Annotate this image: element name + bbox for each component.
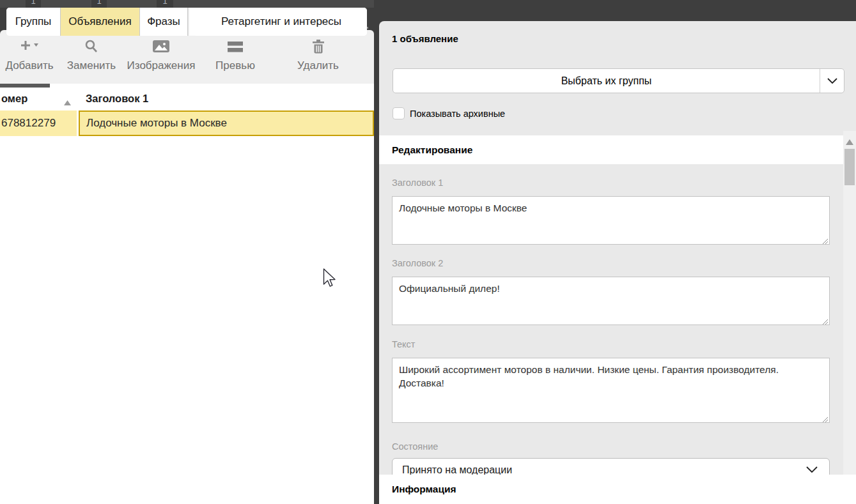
tab-ads[interactable]: Объявления <box>61 8 139 36</box>
column-header-title1[interactable]: Заголовок 1 <box>86 93 148 105</box>
resize-grip-icon[interactable] <box>821 414 829 421</box>
tab-bar: Группы Объявления Фразы Ретаргетинг и ин… <box>6 8 367 36</box>
toolbar: Добавить Заменить Изображения <box>0 30 374 84</box>
add-button[interactable]: Добавить <box>1 35 58 80</box>
replace-button[interactable]: Заменить <box>63 35 120 80</box>
resize-grip-icon[interactable] <box>821 236 829 243</box>
vertical-scrollbar-thumb[interactable] <box>844 149 855 185</box>
show-archived-row: Показывать архивные <box>393 107 505 119</box>
cell-ad-id[interactable]: 678812279 <box>0 111 77 136</box>
sort-asc-icon <box>64 96 71 108</box>
top-tab-count-strip: 1 1 1 <box>0 0 374 8</box>
trash-icon <box>311 35 325 58</box>
text-label: Текст <box>392 339 416 349</box>
table-row[interactable]: 678812279 Лодочные моторы в Москве <box>0 111 374 136</box>
add-button-label: Добавить <box>5 59 53 72</box>
chevron-down-icon[interactable] <box>820 69 844 93</box>
plus-dropdown-icon <box>19 35 40 58</box>
selection-summary: 1 объявление <box>392 33 458 44</box>
column-header-id[interactable]: омер <box>1 93 27 105</box>
resize-grip-icon[interactable] <box>821 316 829 323</box>
delete-button[interactable]: Удалить <box>291 35 345 80</box>
section-information: Информация <box>379 475 856 504</box>
replace-button-label: Заменить <box>67 59 116 72</box>
delete-button-label: Удалить <box>297 59 339 72</box>
table-background <box>0 84 374 504</box>
section-editing-title: Редактирование <box>392 144 472 156</box>
show-archived-label[interactable]: Показывать архивные <box>410 109 505 119</box>
title2-textarea[interactable]: Официальный дилер! <box>392 277 830 325</box>
show-archived-checkbox[interactable] <box>393 107 405 119</box>
images-button[interactable]: Изображения <box>125 35 197 80</box>
preview-bars-icon <box>227 35 244 58</box>
select-from-groups-label[interactable]: Выбрать их группы <box>393 69 820 93</box>
ad-editor-panel: 1 объявление Выбрать их группы Показыват… <box>379 21 856 504</box>
preview-button-label: Превью <box>215 59 255 72</box>
tab-gap <box>188 8 196 36</box>
state-label: Состояние <box>392 441 438 452</box>
tab-count-badge: 1 <box>91 0 107 8</box>
select-from-groups-dropdown[interactable]: Выбрать их группы <box>393 68 844 93</box>
scroll-up-icon[interactable] <box>846 136 853 148</box>
left-panel: 1 1 1 Добавить Заменить <box>0 0 374 504</box>
tab-count-badge: 1 <box>157 0 173 8</box>
tab-count-badge: 1 <box>26 0 41 8</box>
search-icon <box>84 35 99 58</box>
title1-label: Заголовок 1 <box>392 178 443 188</box>
vertical-scrollbar[interactable] <box>843 131 856 475</box>
horizontal-scrollbar-thumb[interactable] <box>0 84 50 88</box>
right-panel: 1 объявление Выбрать их группы Показыват… <box>379 0 856 504</box>
tab-retargeting[interactable]: Ретаргетинг и интересы <box>196 8 367 36</box>
table-header: омер Заголовок 1 <box>0 88 374 111</box>
panel-splitter[interactable] <box>374 0 379 504</box>
cell-ad-title-selected[interactable]: Лодочные моторы в Москве <box>79 111 374 136</box>
title2-label: Заголовок 2 <box>392 258 443 268</box>
section-information-title: Информация <box>392 484 456 495</box>
section-editing: Редактирование <box>379 135 843 164</box>
image-icon <box>152 35 170 58</box>
tab-groups[interactable]: Группы <box>6 8 60 36</box>
preview-button[interactable]: Превью <box>210 35 261 80</box>
text-textarea[interactable]: Широкий ассортимент моторов в наличии. Н… <box>392 358 830 423</box>
title1-textarea[interactable]: Лодочные моторы в Москве <box>392 196 830 245</box>
mouse-cursor <box>323 268 337 291</box>
tab-phrases[interactable]: Фразы <box>140 8 187 36</box>
images-button-label: Изображения <box>127 59 196 72</box>
